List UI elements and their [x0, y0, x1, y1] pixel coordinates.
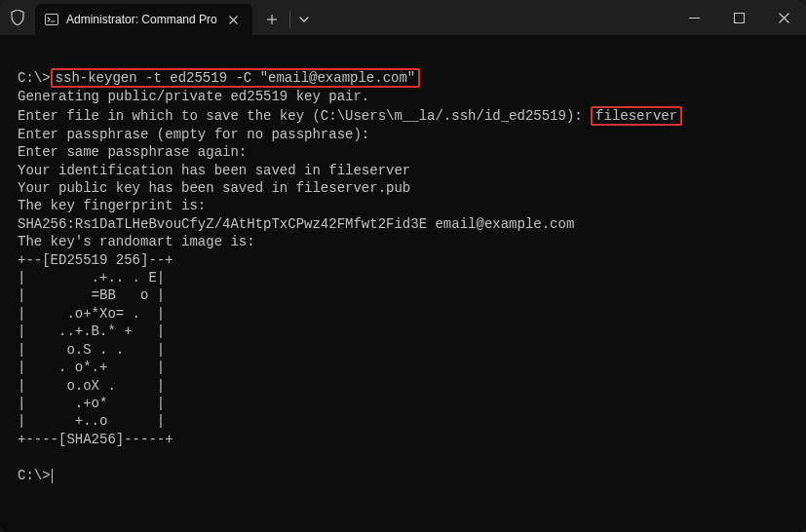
prompt: C:\> [18, 468, 51, 483]
line: C:\> [18, 467, 788, 484]
randomart-line: | +..o | [18, 412, 788, 430]
randomart-line: | ..+.B.* + | [18, 323, 788, 340]
svg-rect-0 [46, 15, 58, 25]
line [18, 51, 788, 68]
new-tab-button[interactable] [256, 4, 288, 35]
minimize-icon [689, 18, 700, 19]
titlebar[interactable]: Administrator: Command Pro [0, 0, 806, 35]
terminal-output[interactable]: C:\>ssh-keygen -t ed25519 -C "email@exam… [0, 35, 806, 532]
randomart-line: | o.S . . | [18, 341, 788, 359]
randomart-line: | .o+*Xo= . | [18, 305, 788, 323]
randomart-line: | o.oX . | [18, 377, 788, 395]
terminal-window: Administrator: Command Pro [0, 0, 806, 532]
tab-active[interactable]: Administrator: Command Pro [35, 4, 252, 35]
randomart-line: | .+o* | [18, 395, 788, 412]
line: The key's randomart image is: [18, 233, 788, 250]
highlight-filename: fileserver [591, 106, 682, 126]
line: Generating public/private ed25519 key pa… [18, 88, 788, 105]
line: Enter same passphrase again: [18, 143, 788, 161]
close-window-button[interactable] [761, 0, 806, 35]
randomart-line: +----[SHA256]-----+ [18, 431, 788, 448]
line: The key fingerprint is: [18, 197, 788, 214]
prompt: C:\> [18, 70, 51, 86]
plus-icon [266, 14, 278, 25]
randomart-line: | =BB o | [18, 286, 788, 304]
close-icon [229, 16, 238, 24]
line [18, 448, 788, 466]
svg-rect-7 [734, 13, 744, 22]
cursor [52, 469, 53, 483]
randomart-line: | . o*.+ | [18, 359, 788, 376]
randomart-line: | .+.. . E| [18, 269, 788, 286]
line: Enter file in which to save the key (C:\… [18, 106, 788, 126]
line: Your public key has been saved in filese… [18, 179, 788, 197]
close-icon [779, 13, 789, 23]
maximize-button[interactable] [716, 0, 761, 35]
tab-dropdown-button[interactable] [290, 4, 318, 35]
text: Enter file in which to save the key (C:\… [18, 108, 591, 124]
randomart-line: +--[ED25519 256]--+ [18, 251, 788, 269]
tab-close-button[interactable] [225, 11, 243, 28]
maximize-icon [734, 13, 745, 23]
highlight-command: ssh-keygen -t ed25519 -C "email@example.… [51, 68, 421, 88]
line: Enter passphrase (empty for no passphras… [18, 126, 788, 143]
line: C:\>ssh-keygen -t ed25519 -C "email@exam… [18, 68, 788, 88]
tab-title: Administrator: Command Pro [66, 13, 217, 26]
line: SHA256:Rs1DaTLHeBvouCfyZ/4AtHtpTxCPwz42F… [18, 215, 788, 233]
window-controls [672, 0, 806, 35]
line: Your identification has been saved in fi… [18, 162, 788, 179]
shield-icon [11, 10, 24, 25]
chevron-down-icon [299, 17, 309, 22]
terminal-icon [45, 13, 58, 26]
admin-shield-wrap [0, 10, 35, 25]
minimize-button[interactable] [672, 0, 716, 35]
